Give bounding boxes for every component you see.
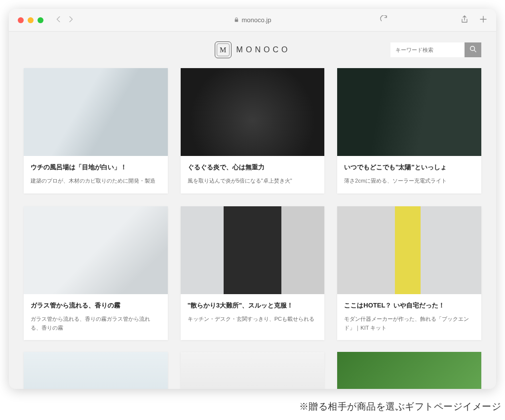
product-thumbnail: [181, 68, 325, 156]
lock-icon: [234, 16, 239, 24]
product-desc: モダン什器メーカーが作った、飾れる「ブックエンド」｜KIT キット: [344, 315, 474, 332]
product-card[interactable]: "散らかり3大難所"、スルッと克服！ キッチン・デスク・玄関すっきり、PCも載せ…: [181, 206, 325, 340]
new-tab-button[interactable]: [479, 15, 487, 25]
titlebar: monoco.jp: [9, 9, 496, 32]
forward-button[interactable]: [67, 16, 74, 25]
page-content: M MONOCO ウチの風呂場は「目地が白い」！ 建築のプロが、木材のカビ取りの…: [9, 32, 496, 389]
search-button[interactable]: [465, 42, 481, 57]
product-thumbnail: [24, 68, 168, 156]
product-thumbnail: [24, 206, 168, 294]
product-card[interactable]: いつでもどこでも"太陽"といっしょ 薄さ2cmに畳める、ソーラー充電式ライト: [337, 68, 481, 193]
product-card[interactable]: [181, 352, 325, 389]
browser-window: monoco.jp M MONOCO: [9, 9, 496, 389]
reload-button[interactable]: [380, 15, 388, 25]
url-text: monoco.jp: [242, 16, 272, 24]
logo-text: MONOCO: [236, 45, 291, 54]
site-header: M MONOCO: [9, 32, 496, 65]
product-title: "散らかり3大難所"、スルッと克服！: [188, 301, 318, 310]
product-card[interactable]: [24, 352, 168, 389]
product-desc: 風を取り込んで炎が5倍になる"卓上焚き火": [188, 177, 318, 186]
product-card[interactable]: [337, 352, 481, 389]
share-icon[interactable]: [461, 15, 468, 25]
product-thumbnail: [181, 352, 325, 389]
product-thumbnail: [337, 68, 481, 156]
search-input[interactable]: [390, 42, 465, 57]
window-controls: [18, 17, 43, 23]
product-title: いつでもどこでも"太陽"といっしょ: [344, 163, 474, 172]
product-thumbnail: [337, 352, 481, 389]
product-desc: 建築のプロが、木材のカビ取りのために開発・製造: [31, 177, 161, 186]
product-thumbnail: [24, 352, 168, 389]
product-desc: ガラス管から流れる、香りの霧ガラス管から流れる、香りの霧: [31, 315, 161, 332]
toolbar-right: [461, 15, 487, 25]
address-bar[interactable]: monoco.jp: [234, 16, 272, 24]
product-card[interactable]: ぐるぐる炎で、心は無重力 風を取り込んで炎が5倍になる"卓上焚き火": [181, 68, 325, 193]
logo-mark-icon: M: [215, 41, 232, 58]
product-card[interactable]: ウチの風呂場は「目地が白い」！ 建築のプロが、木材のカビ取りのために開発・製造: [24, 68, 168, 193]
product-title: ウチの風呂場は「目地が白い」！: [31, 163, 161, 172]
back-button[interactable]: [55, 16, 62, 25]
product-title: ぐるぐる炎で、心は無重力: [188, 163, 318, 172]
close-window-button[interactable]: [18, 17, 24, 23]
search-box: [390, 42, 481, 57]
page-caption: ※贈る相手が商品を選ぶギフトページイメージ: [299, 400, 502, 413]
search-icon: [469, 45, 476, 54]
product-grid: ウチの風呂場は「目地が白い」！ 建築のプロが、木材のカビ取りのために開発・製造 …: [9, 65, 496, 389]
product-thumbnail: [337, 206, 481, 294]
product-desc: キッチン・デスク・玄関すっきり、PCも載せられる: [188, 315, 318, 324]
site-logo[interactable]: M MONOCO: [215, 41, 291, 58]
maximize-window-button[interactable]: [38, 17, 43, 23]
product-desc: 薄さ2cmに畳める、ソーラー充電式ライト: [344, 177, 474, 186]
product-title: ここはHOTEL？ いや自宅だった！: [344, 301, 474, 310]
product-card[interactable]: ガラス管から流れる、香りの霧 ガラス管から流れる、香りの霧ガラス管から流れる、香…: [24, 206, 168, 340]
product-title: ガラス管から流れる、香りの霧: [31, 301, 161, 310]
product-thumbnail: [181, 206, 325, 294]
minimize-window-button[interactable]: [28, 17, 34, 23]
product-card[interactable]: ここはHOTEL？ いや自宅だった！ モダン什器メーカーが作った、飾れる「ブック…: [337, 206, 481, 340]
nav-arrows: [55, 16, 74, 25]
